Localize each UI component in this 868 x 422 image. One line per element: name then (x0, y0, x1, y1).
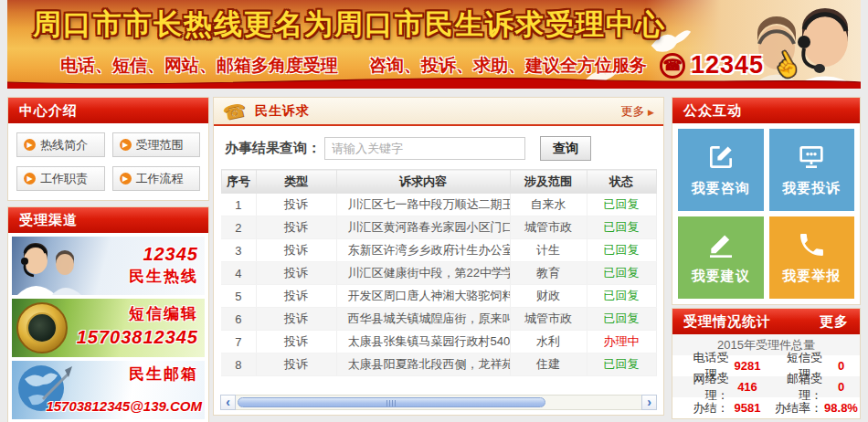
email-banner-address: 15703812345@139.COM (12, 398, 202, 414)
row-no: 7 (221, 331, 256, 353)
scroll-right-button[interactable]: › (641, 395, 657, 410)
status-badge: 已回复 (587, 308, 656, 331)
hotline-intro-label: 热线简介 (40, 137, 88, 153)
report-tile[interactable]: 我要举报 (769, 216, 855, 299)
col-header-scope: 涉及范围 (510, 170, 587, 194)
requests-table: 序号 类型 诉求内容 涉及范围 状态 1 投诉 川汇区七一路中段万顺达二期王女…… (221, 169, 657, 376)
row-scope: 城管市政 (510, 308, 587, 331)
table-row: 5 投诉 开发区周口唐人神湘大骆驼饲料有… 财政 已回复 (221, 285, 656, 308)
operators-illustration (12, 237, 94, 295)
row-type: 投诉 (256, 331, 336, 353)
channels-title: 受理渠道 (19, 212, 78, 229)
consult-label: 我要咨询 (692, 180, 750, 197)
stat-web: 网络受理： 416 (672, 371, 767, 404)
row-type: 投诉 (256, 262, 336, 285)
scrollbar-thumb[interactable] (238, 397, 545, 407)
stat-rate-label: 办结率： (767, 400, 823, 417)
scrollbar-track[interactable] (236, 395, 641, 410)
request-link[interactable]: 川汇区健康街中段，第22中学学校… (336, 262, 510, 285)
suggest-label: 我要建议 (692, 268, 750, 285)
requests-panel: ☎ 民生诉求 更多 ▶ 办事结果查询： 查询 序号 类型 诉求内容 涉及范围 状… (213, 97, 664, 416)
consult-tile[interactable]: 我要咨询 (678, 129, 764, 211)
row-type: 投诉 (256, 285, 336, 308)
row-scope: 财政 (510, 285, 587, 308)
row-scope: 住建 (510, 353, 587, 376)
request-link[interactable]: 川汇区黄河路春光家园小区门口东2… (336, 216, 510, 239)
email-banner[interactable]: 民生邮箱 15703812345@139.COM (12, 361, 205, 419)
row-no: 2 (221, 216, 256, 239)
work-duty-button[interactable]: ▶ 工作职责 (16, 166, 105, 191)
consult-icon (706, 142, 736, 172)
hotline-intro-button[interactable]: ▶ 热线简介 (16, 132, 105, 157)
sms-banner-number: 15703812345 (77, 325, 198, 350)
center-intro-panel: 中心介绍 ▶ 热线简介 ▶ 受理范围 ▶ 工作职责 ▶ 工作流程 (7, 97, 209, 201)
center-intro-body: ▶ 热线简介 ▶ 受理范围 ▶ 工作职责 ▶ 工作流程 (8, 123, 208, 200)
acceptance-scope-label: 受理范围 (136, 137, 184, 153)
table-row: 7 投诉 太康县张集镇马菜园行政村540多亩… 水利 办理中 (221, 331, 656, 353)
row-type: 投诉 (256, 216, 336, 239)
row-scope: 城管市政 (510, 216, 587, 239)
stat-rate: 办结率： 98.8% (767, 400, 861, 417)
work-flow-button[interactable]: ▶ 工作流程 (112, 166, 201, 191)
stat-web-label: 网络受理： (672, 371, 729, 404)
table-row: 8 投诉 太康县阳夏路北段西侧，龙祥苑小… 住建 已回复 (221, 353, 656, 376)
status-badge: 已回复 (587, 194, 656, 216)
stats-row: 网络受理： 416 邮箱受理： 0 (672, 376, 860, 397)
stat-email-label: 邮箱受理： (767, 371, 823, 404)
complaint-label: 我要投诉 (782, 180, 841, 197)
status-badge: 已回复 (587, 216, 656, 239)
row-type: 投诉 (256, 194, 336, 216)
hotline-banner-number: 12345 (129, 242, 198, 267)
row-no: 8 (221, 353, 256, 376)
stat-rate-value: 98.8% (822, 401, 860, 415)
requests-more-label: 更多 (620, 104, 644, 118)
email-banner-text: 民生邮箱 (129, 364, 198, 385)
hotline-banner-text: 12345 民生热线 (129, 242, 198, 288)
row-no: 6 (221, 308, 256, 331)
acceptance-scope-button[interactable]: ▶ 受理范围 (112, 132, 201, 157)
gold-phone-icon: ☎ (221, 98, 248, 124)
work-duty-label: 工作职责 (40, 171, 88, 187)
row-type: 投诉 (256, 353, 336, 376)
horizontal-scrollbar: ‹ › (220, 395, 657, 410)
hotline-banner[interactable]: 12345 民生热线 (12, 237, 205, 295)
arrow-bullet-icon: ▶ (120, 139, 132, 151)
table-row: 1 投诉 川汇区七一路中段万顺达二期王女… 自来水 已回复 (221, 194, 656, 216)
complaint-tile[interactable]: 我要投诉 (769, 129, 855, 211)
table-row: 2 投诉 川汇区黄河路春光家园小区门口东2… 城管市政 已回复 (221, 216, 656, 239)
request-link[interactable]: 西华县城关镇城隍庙街，原来叫箕… (336, 308, 510, 331)
request-link[interactable]: 太康县张集镇马菜园行政村540多亩… (336, 331, 510, 353)
row-type: 投诉 (256, 239, 336, 262)
stat-email-value: 0 (822, 380, 860, 394)
scroll-left-button[interactable]: ‹ (220, 395, 236, 410)
status-badge: 已回复 (587, 262, 656, 285)
stats-more-link[interactable]: 更多 (820, 313, 849, 331)
stats-header: 受理情况统计 更多 (672, 309, 860, 334)
suggest-tile[interactable]: 我要建议 (678, 216, 764, 299)
search-button[interactable]: 查询 (540, 136, 591, 161)
public-interaction-panel: 公众互动 我要咨询 我要投诉 我要建议 (672, 97, 861, 305)
sms-banner[interactable]: 短信编辑 15703812345 (12, 299, 205, 357)
result-search-row: 办事结果查询： 查询 (214, 126, 663, 167)
banner-red-wave (7, 74, 861, 89)
sms-banner-label: 短信编辑 (77, 304, 198, 325)
status-badge: 已回复 (587, 239, 656, 262)
suggest-icon (706, 230, 736, 259)
col-header-no: 序号 (221, 170, 256, 194)
request-link[interactable]: 东新区许湾乡乡政府计生办公室，… (336, 239, 510, 262)
center-intro-header: 中心介绍 (8, 98, 208, 123)
row-no: 3 (221, 239, 256, 262)
request-link[interactable]: 川汇区七一路中段万顺达二期王女… (336, 194, 510, 216)
result-search-input[interactable] (324, 137, 525, 160)
requests-more-link[interactable]: 更多 ▶ (620, 103, 654, 120)
request-link[interactable]: 太康县阳夏路北段西侧，龙祥苑小… (336, 353, 510, 376)
stat-email: 邮箱受理： 0 (767, 371, 861, 404)
table-header-row: 序号 类型 诉求内容 涉及范围 状态 (221, 170, 656, 194)
channels-header: 受理渠道 (8, 207, 208, 233)
row-scope: 教育 (510, 262, 587, 285)
request-link[interactable]: 开发区周口唐人神湘大骆驼饲料有… (336, 285, 510, 308)
channels-body: 12345 民生热线 短信编辑 15703812345 民生邮箱 1570381… (8, 233, 208, 422)
banner-title: 周口市市长热线更名为周口市民生诉求受理中心 (33, 5, 666, 44)
work-flow-label: 工作流程 (136, 171, 184, 187)
email-banner-label: 民生邮箱 (129, 364, 198, 385)
